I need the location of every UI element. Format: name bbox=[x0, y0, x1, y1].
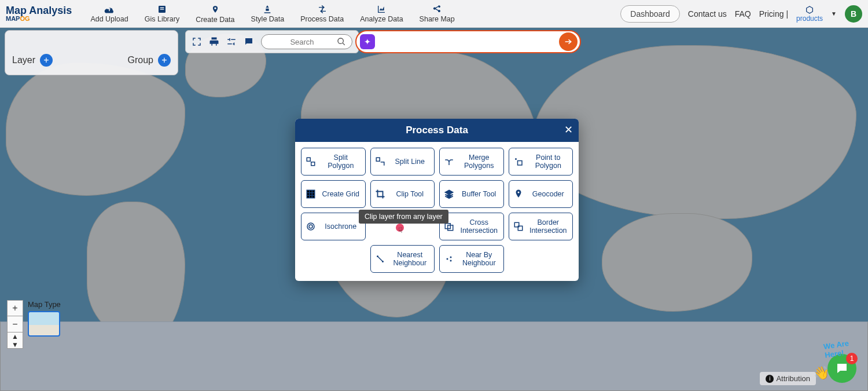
tool-geocoder[interactable]: Geocoder bbox=[509, 180, 573, 208]
group-label: Group bbox=[128, 55, 153, 65]
zoom-out-button[interactable]: − bbox=[7, 316, 23, 332]
contact-link[interactable]: Contact us bbox=[688, 9, 727, 19]
chat-widget[interactable]: We Are Here! 👋 1 bbox=[827, 354, 856, 383]
tool-nearby-neighbour[interactable]: Near By Neighbour bbox=[439, 245, 504, 273]
style-icon bbox=[262, 5, 273, 14]
point-polygon-icon bbox=[513, 156, 524, 167]
pin-icon bbox=[211, 4, 219, 14]
process-data-modal: Process Data ✕ Split Polygon Split Line … bbox=[295, 119, 579, 281]
nav-share-map[interactable]: Share Map bbox=[411, 2, 463, 25]
submit-arrow-button[interactable] bbox=[559, 32, 578, 51]
wave-icon: 👋 bbox=[814, 366, 829, 381]
top-nav: Map Analysis MAPOG Add Upload Gis Librar… bbox=[0, 0, 868, 28]
dashboard-button[interactable]: Dashboard bbox=[620, 5, 680, 23]
tool-nearest-neighbour[interactable]: Nearest Neighbour bbox=[370, 245, 435, 273]
zoom-in-button[interactable]: + bbox=[7, 300, 23, 316]
svg-rect-1 bbox=[160, 7, 164, 8]
tool-isochrone[interactable]: Isochrone bbox=[301, 213, 366, 240]
tool-split-line[interactable]: Split Line bbox=[370, 148, 435, 176]
user-avatar[interactable]: B bbox=[845, 5, 862, 23]
svg-rect-4 bbox=[311, 162, 315, 166]
search-icon bbox=[337, 37, 346, 46]
nav-process-data[interactable]: Process Data bbox=[292, 2, 352, 25]
merge-icon bbox=[443, 156, 455, 167]
svg-point-16 bbox=[450, 257, 452, 258]
nav-add-upload[interactable]: Add Upload bbox=[82, 2, 136, 25]
split-line-icon bbox=[374, 156, 386, 167]
add-layer-button[interactable]: + bbox=[40, 54, 53, 67]
modal-title: Process Data bbox=[406, 125, 468, 136]
nav-analyze-data[interactable]: Analyze Data bbox=[352, 2, 411, 25]
share-icon bbox=[432, 5, 442, 14]
print-icon[interactable] bbox=[209, 36, 219, 47]
library-icon bbox=[157, 5, 167, 14]
buffer-icon bbox=[443, 189, 455, 199]
tool-create-grid[interactable]: Create Grid bbox=[301, 180, 366, 208]
svg-rect-2 bbox=[160, 9, 164, 9]
attribution-badge[interactable]: i Attribution bbox=[760, 372, 816, 385]
brand: Map Analysis MAPOG bbox=[6, 5, 72, 22]
brand-title: Map Analysis bbox=[6, 5, 72, 16]
map-type-picker: Map Type bbox=[28, 300, 61, 337]
svg-point-17 bbox=[450, 260, 452, 262]
top-right-group: Dashboard Contact us FAQ Pricing | produ… bbox=[620, 5, 862, 23]
layer-label: Layer bbox=[12, 55, 35, 65]
modal-close-button[interactable]: ✕ bbox=[564, 123, 573, 136]
tool-cross-intersection[interactable]: Cross Intersection bbox=[439, 213, 504, 240]
search-input[interactable] bbox=[267, 38, 337, 46]
zoom-controls: + − ▲▼ bbox=[7, 300, 23, 349]
modal-header: Process Data ✕ bbox=[295, 119, 579, 142]
border-intersection-icon bbox=[513, 221, 524, 232]
cursor-pointer-icon: ☟ bbox=[398, 226, 403, 235]
ai-command-bar[interactable]: ✦ bbox=[355, 30, 581, 53]
nav-create-data[interactable]: Create Data bbox=[187, 2, 242, 26]
products-menu[interactable]: products bbox=[796, 5, 823, 23]
brand-subtitle: MAPOG bbox=[6, 16, 30, 22]
tool-merge-polygons[interactable]: Merge Polygons bbox=[439, 148, 504, 176]
search-field[interactable] bbox=[261, 34, 352, 49]
geocoder-icon bbox=[513, 189, 524, 199]
cloud-upload-icon bbox=[104, 5, 115, 14]
svg-point-7 bbox=[307, 223, 314, 230]
tool-border-intersection[interactable]: Border Intersection bbox=[509, 213, 573, 240]
svg-rect-6 bbox=[517, 161, 522, 166]
analyze-icon bbox=[376, 5, 387, 14]
map-type-thumb[interactable] bbox=[28, 311, 60, 337]
fullscreen-icon[interactable] bbox=[192, 36, 202, 47]
svg-rect-3 bbox=[307, 158, 310, 161]
pricing-link[interactable]: Pricing | bbox=[759, 9, 788, 19]
chat-badge: 1 bbox=[846, 353, 858, 364]
map-toolbar bbox=[185, 30, 359, 53]
isochrone-icon bbox=[305, 221, 317, 232]
nearest-neighbour-icon bbox=[374, 254, 386, 264]
sparkle-icon: ✦ bbox=[360, 34, 375, 49]
crop-icon bbox=[374, 189, 386, 199]
tool-clip-tool[interactable]: Clip Tool bbox=[370, 180, 435, 208]
faq-link[interactable]: FAQ bbox=[735, 9, 751, 19]
sliders-icon[interactable] bbox=[226, 36, 237, 47]
nearby-neighbour-icon bbox=[443, 254, 455, 264]
compass-button[interactable]: ▲▼ bbox=[7, 332, 23, 349]
svg-point-8 bbox=[309, 225, 312, 228]
grid-icon bbox=[305, 189, 317, 199]
tool-split-polygon[interactable]: Split Polygon bbox=[301, 148, 366, 176]
nav-gis-library[interactable]: Gis Library bbox=[137, 2, 187, 25]
caret-down-icon[interactable]: ▼ bbox=[831, 10, 837, 17]
process-icon bbox=[317, 5, 328, 14]
svg-point-15 bbox=[447, 258, 448, 260]
split-polygon-icon bbox=[305, 156, 317, 167]
tool-buffer-tool[interactable]: Buffer Tool bbox=[439, 180, 504, 208]
svg-point-5 bbox=[515, 158, 517, 160]
nav-style-data[interactable]: Style Data bbox=[243, 2, 293, 25]
map-type-label: Map Type bbox=[28, 300, 61, 309]
tool-point-to-polygon[interactable]: Point to Polygon bbox=[509, 148, 573, 176]
cube-icon bbox=[804, 5, 815, 14]
comments-icon[interactable] bbox=[244, 36, 254, 47]
info-icon: i bbox=[766, 375, 774, 383]
add-group-button[interactable]: + bbox=[158, 54, 171, 67]
layer-panel: Layer + Group + bbox=[5, 30, 178, 75]
tooltip: Clip layer from any layer bbox=[359, 210, 448, 224]
